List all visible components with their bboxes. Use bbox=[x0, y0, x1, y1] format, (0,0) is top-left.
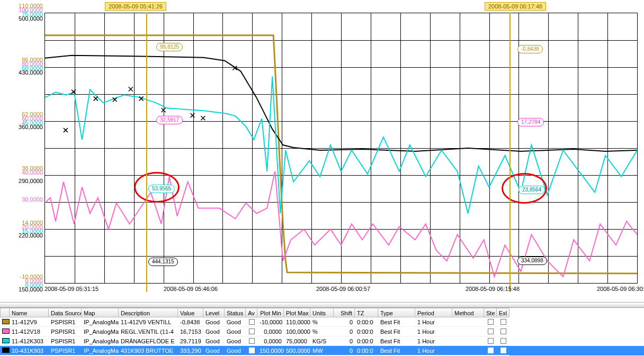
col-datasource[interactable]: Data Source bbox=[49, 308, 82, 317]
cell-tz: 0:00:0 bbox=[355, 336, 378, 346]
cell-description: REGL.VENTIL (11-4 bbox=[119, 327, 178, 336]
cell-units: KG/S bbox=[310, 336, 334, 346]
value-bubble: 17,2784 bbox=[517, 118, 544, 126]
col-period[interactable]: Period bbox=[415, 308, 452, 317]
cell-plotmax: 75,0000 bbox=[284, 336, 310, 346]
legend-row[interactable]: 11-412V18PSPISR1IP_AnalogMaREGL.VENTIL (… bbox=[0, 327, 644, 336]
cell-status: Good bbox=[225, 317, 246, 327]
cell-shift: 0 bbox=[334, 317, 355, 327]
x-tick: 2008-05-09 05:31:15 bbox=[44, 286, 99, 292]
col-plotmin[interactable]: Plot Min bbox=[257, 308, 284, 317]
value-bubble: 23,8564 bbox=[518, 186, 545, 194]
cell-period: 1 Hour bbox=[415, 346, 452, 355]
col-method[interactable]: Method bbox=[452, 308, 484, 317]
cell-method bbox=[452, 327, 484, 336]
col-av[interactable]: Av bbox=[246, 308, 257, 317]
cell-datasource: PSPISR1 bbox=[49, 327, 82, 336]
cell-value: -0,8438 bbox=[178, 317, 203, 327]
x-tick: 2008-05-09 06:30:3 bbox=[597, 286, 644, 292]
cell-type: Best Fit bbox=[378, 317, 415, 327]
cell-period: 1 Hour bbox=[415, 336, 452, 346]
cell-description: 431K903 BRUTTOE bbox=[119, 346, 178, 355]
col-name[interactable]: Name bbox=[10, 308, 49, 317]
cell-units: MW bbox=[310, 346, 334, 355]
cell-name: 11-412V9 bbox=[10, 317, 49, 327]
plot-area[interactable]: 99,8125 32,5917 53,9565 444,1315 -0,8438… bbox=[44, 13, 638, 284]
color-swatch bbox=[2, 319, 10, 324]
x-tick: 2008-05-09 06:15:48 bbox=[466, 286, 520, 292]
checkbox-ste[interactable] bbox=[488, 328, 494, 334]
value-bubble: 32,5917 bbox=[156, 116, 183, 124]
cell-map: IP_AnalogMa bbox=[82, 336, 119, 346]
time-cursor-2[interactable] bbox=[509, 13, 511, 292]
checkbox-av[interactable] bbox=[249, 348, 255, 353]
legend-header: Name Data Source Map Description Value L… bbox=[0, 308, 644, 317]
cell-period: 1 Hour bbox=[415, 317, 452, 327]
y-tick: 30,0000 bbox=[2, 197, 43, 203]
cell-shift: 0 bbox=[334, 327, 355, 336]
time-cursor-2-label: 2008-05-09 06:17:48 bbox=[485, 2, 546, 11]
col-tz[interactable]: TZ bbox=[355, 308, 378, 317]
legend-row[interactable]: 10-431K903PSPISR1IP_AnalogMa431K903 BRUT… bbox=[0, 346, 644, 355]
cell-datasource: PSPISR1 bbox=[49, 336, 82, 346]
checkbox-av[interactable] bbox=[249, 328, 255, 334]
x-tick: 2008-05-09 05:46:06 bbox=[164, 286, 218, 292]
checkbox-ste[interactable] bbox=[488, 319, 494, 325]
cell-map: IP_AnalogMa bbox=[82, 327, 119, 336]
checkbox-exl[interactable] bbox=[500, 319, 506, 325]
col-exl[interactable]: Exl bbox=[497, 308, 509, 317]
checkbox-ste[interactable] bbox=[488, 338, 494, 344]
cell-plotmax: 110,0000 bbox=[284, 317, 310, 327]
checkbox-exl[interactable] bbox=[500, 328, 506, 334]
checkbox-av[interactable] bbox=[249, 319, 255, 325]
y-tick: 430,0000 bbox=[2, 70, 43, 76]
cell-type: Best Fit bbox=[378, 327, 415, 336]
cell-description: DRÄNAGEFLÖDE E bbox=[119, 336, 178, 346]
cell-tz: 0:00:0 bbox=[355, 327, 378, 336]
col-shift[interactable]: Shift bbox=[334, 308, 355, 317]
cell-status: Good bbox=[225, 336, 246, 346]
col-type[interactable]: Type bbox=[378, 308, 415, 317]
col-units[interactable]: Units bbox=[310, 308, 334, 317]
cell-status: Good bbox=[225, 346, 246, 355]
pane-divider[interactable] bbox=[0, 303, 644, 308]
color-swatch bbox=[2, 328, 10, 334]
y-tick: 40,0000 bbox=[2, 170, 43, 176]
checkbox-ste[interactable] bbox=[488, 348, 494, 353]
cell-method bbox=[452, 346, 484, 355]
cell-units: % bbox=[310, 317, 334, 327]
checkbox-exl[interactable] bbox=[500, 338, 506, 344]
col-map[interactable]: Map bbox=[82, 308, 119, 317]
checkbox-exl[interactable] bbox=[500, 348, 506, 353]
cell-method bbox=[452, 336, 484, 346]
col-level[interactable]: Level bbox=[203, 308, 225, 317]
cell-period: 1 Hour bbox=[415, 327, 452, 336]
checkbox-av[interactable] bbox=[249, 338, 255, 344]
col-status[interactable]: Status bbox=[225, 308, 246, 317]
legend-table: Name Data Source Map Description Value L… bbox=[0, 308, 644, 356]
cell-plotmin: 0,0000 bbox=[257, 327, 284, 336]
cell-shift: 0 bbox=[334, 346, 355, 355]
cell-name: 11-412V18 bbox=[10, 327, 49, 336]
cell-datasource: PSPISR1 bbox=[49, 346, 82, 355]
cell-plotmax: 500,0000 bbox=[284, 346, 310, 355]
legend-row[interactable]: 11-412K303PSPISR1IP_AnalogMaDRÄNAGEFLÖDE… bbox=[0, 336, 644, 346]
cell-tz: 0:00:0 bbox=[355, 317, 378, 327]
cell-shift: 0 bbox=[334, 336, 355, 346]
trend-chart: 99,8125 32,5917 53,9565 444,1315 -0,8438… bbox=[0, 0, 644, 303]
y-tick: 220,0000 bbox=[2, 233, 43, 239]
legend-row[interactable]: 11-412V9PSPISR1IP_AnalogMa11-412V9 VENTI… bbox=[0, 317, 644, 327]
col-description[interactable]: Description bbox=[119, 308, 178, 317]
cell-map: IP_AnalogMa bbox=[82, 346, 119, 355]
x-tick: 2008-05-09 06:00:57 bbox=[316, 286, 370, 292]
cell-name: 11-412K303 bbox=[10, 336, 49, 346]
cell-map: IP_AnalogMa bbox=[82, 317, 119, 327]
time-cursor-1[interactable] bbox=[146, 13, 147, 292]
cell-method bbox=[452, 317, 484, 327]
color-swatch bbox=[2, 348, 10, 353]
col-plotmax[interactable]: Plot Max bbox=[284, 308, 310, 317]
cell-level: Good bbox=[203, 327, 225, 336]
cell-type: Best Fit bbox=[378, 346, 415, 355]
col-ste[interactable]: Ste bbox=[484, 308, 497, 317]
col-value[interactable]: Value bbox=[178, 308, 203, 317]
